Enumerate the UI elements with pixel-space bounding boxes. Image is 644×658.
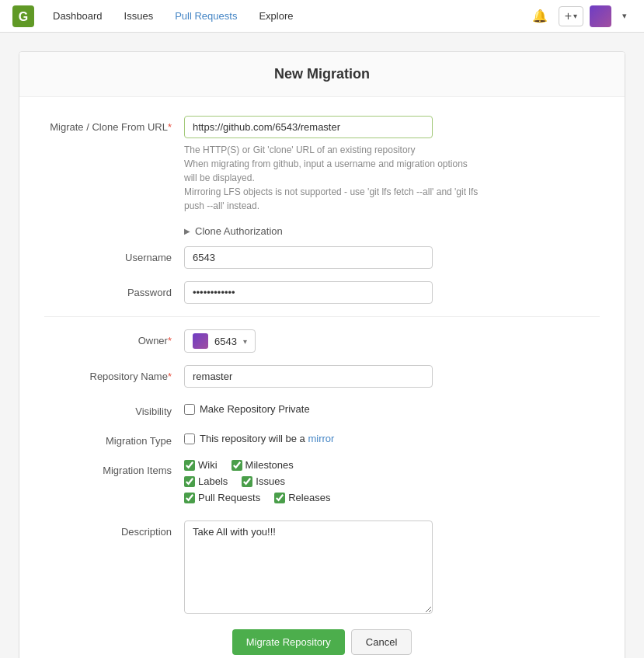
page-content: New Migration Migrate / Clone From URL* …: [0, 33, 644, 658]
visibility-label: Visibility: [44, 400, 184, 417]
password-form-group: Password: [44, 281, 600, 304]
releases-checkbox-item: Releases: [274, 492, 330, 503]
description-label: Description: [44, 520, 184, 538]
labels-label[interactable]: Labels: [198, 475, 228, 487]
migration-items-row-1: Wiki Milestones: [184, 459, 600, 471]
username-form-group: Username: [44, 246, 600, 269]
nav-pull-requests[interactable]: Pull Requests: [165, 4, 246, 28]
plus-icon: +: [565, 9, 572, 23]
create-dropdown-button[interactable]: + ▾: [559, 6, 583, 26]
username-label: Username: [44, 246, 184, 263]
username-input[interactable]: [184, 246, 433, 269]
mirror-link[interactable]: mirror: [308, 433, 334, 444]
visibility-check-wrapper: Make Repository Private: [184, 400, 310, 415]
migration-type-form-group: Migration Type This repository will be a…: [44, 430, 600, 447]
clone-auth-chevron-icon: ▶: [184, 227, 190, 235]
owner-name: 6543: [214, 336, 237, 347]
divider: [44, 316, 600, 317]
clone-auth-section: ▶ Clone Authorization Username Password: [44, 225, 600, 304]
owner-dropdown[interactable]: 6543 ▾: [184, 329, 256, 353]
url-field-wrapper: The HTTP(S) or Git 'clone' URL of an exi…: [184, 116, 479, 213]
issues-checkbox-item: Issues: [242, 475, 285, 487]
nav-issues[interactable]: Issues: [115, 4, 163, 28]
repo-name-form-group: Repository Name*: [44, 365, 600, 388]
milestones-checkbox-item: Milestones: [231, 459, 294, 471]
migration-type-check-wrapper: This repository will be a mirror: [184, 430, 334, 444]
url-label: Migrate / Clone From URL*: [44, 116, 184, 133]
migration-items-checkboxes: Wiki Milestones Labels: [184, 459, 600, 508]
navbar: G Dashboard Issues Pull Requests Explore…: [0, 0, 644, 33]
migration-items-label: Migration Items: [44, 459, 184, 476]
navbar-right: 🔔 + ▾ ▾: [527, 5, 632, 27]
labels-checkbox-item: Labels: [184, 475, 228, 487]
url-input[interactable]: [184, 116, 433, 138]
visibility-checkbox[interactable]: [184, 404, 195, 415]
clone-auth-toggle[interactable]: ▶ Clone Authorization: [44, 225, 600, 237]
user-menu-button[interactable]: ▾: [618, 8, 632, 24]
nav-explore[interactable]: Explore: [249, 4, 302, 28]
migration-type-check-label[interactable]: This repository will be a mirror: [200, 433, 334, 444]
milestones-label[interactable]: Milestones: [245, 459, 294, 471]
wiki-label[interactable]: Wiki: [198, 459, 218, 471]
card-body: Migrate / Clone From URL* The HTTP(S) or…: [19, 97, 625, 658]
password-input[interactable]: [184, 281, 433, 304]
owner-label: Owner*: [44, 329, 184, 346]
clone-auth-label: Clone Authorization: [195, 225, 283, 237]
issues-checkbox[interactable]: [242, 476, 252, 487]
migration-items-row-3: Pull Requests Releases: [184, 492, 600, 503]
owner-form-group: Owner* 6543 ▾: [44, 329, 600, 353]
form-actions: Migrate Repository Cancel: [44, 629, 600, 658]
notifications-button[interactable]: 🔔: [527, 5, 552, 26]
pull-requests-checkbox[interactable]: [184, 493, 195, 503]
user-avatar[interactable]: [590, 5, 611, 27]
owner-avatar: [193, 333, 208, 349]
password-label: Password: [44, 281, 184, 298]
nav-links: Dashboard Issues Pull Requests Explore: [44, 4, 527, 28]
site-logo[interactable]: G: [12, 5, 34, 27]
description-textarea[interactable]: Take All with you!!!: [184, 520, 433, 614]
pull-requests-checkbox-item: Pull Requests: [184, 492, 260, 503]
wiki-checkbox-item: Wiki: [184, 459, 218, 471]
migration-card: New Migration Migrate / Clone From URL* …: [19, 51, 625, 658]
nav-dashboard[interactable]: Dashboard: [44, 4, 112, 28]
url-helper-text: The HTTP(S) or Git 'clone' URL of an exi…: [184, 143, 479, 213]
issues-label[interactable]: Issues: [256, 475, 285, 487]
releases-checkbox[interactable]: [274, 493, 285, 503]
migration-type-label: Migration Type: [44, 430, 184, 447]
description-form-group: Description Take All with you!!!: [44, 520, 600, 614]
url-form-group: Migrate / Clone From URL* The HTTP(S) or…: [44, 116, 600, 213]
visibility-check-label[interactable]: Make Repository Private: [200, 403, 310, 415]
pull-requests-label[interactable]: Pull Requests: [198, 492, 260, 503]
repo-name-label: Repository Name*: [44, 365, 184, 382]
page-title: New Migration: [19, 52, 625, 97]
repo-name-input[interactable]: [184, 365, 433, 388]
labels-checkbox[interactable]: [184, 476, 195, 487]
cancel-button[interactable]: Cancel: [351, 629, 412, 655]
milestones-checkbox[interactable]: [231, 460, 242, 471]
wiki-checkbox[interactable]: [184, 460, 195, 471]
migration-items-row-2: Labels Issues: [184, 475, 600, 487]
owner-chevron-icon: ▾: [243, 337, 247, 346]
migration-items-form-group: Migration Items Wiki Milestones: [44, 459, 600, 508]
releases-label[interactable]: Releases: [288, 492, 330, 503]
migrate-repository-button[interactable]: Migrate Repository: [232, 629, 345, 655]
svg-text:G: G: [19, 10, 28, 23]
dropdown-chevron-icon: ▾: [573, 12, 577, 20]
visibility-form-group: Visibility Make Repository Private: [44, 400, 600, 417]
migration-type-checkbox[interactable]: [184, 433, 195, 444]
